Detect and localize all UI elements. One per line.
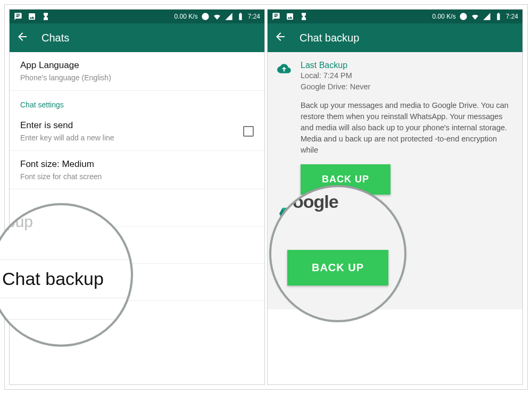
- enter-is-send-row[interactable]: Enter is send Enter key will add a new l…: [10, 112, 264, 151]
- image-icon: [28, 12, 36, 21]
- backup-description: Back up your messages and media to Googl…: [301, 100, 513, 156]
- magnifier-backup-button: oogle BACK UP: [269, 185, 406, 322]
- cloud-upload-icon: [277, 61, 292, 195]
- clock: 7:24: [506, 13, 518, 20]
- enter-is-send-sub: Enter key will add a new line: [20, 133, 114, 143]
- clock: 7:24: [248, 13, 260, 20]
- signal-icon: [483, 12, 491, 21]
- message-icon: [14, 12, 22, 21]
- app-language-title: App Language: [20, 60, 254, 72]
- app-bar: Chat backup: [268, 23, 522, 52]
- enter-is-send-checkbox[interactable]: [243, 126, 254, 137]
- last-backup-gdrive: Google Drive: Never: [301, 81, 513, 93]
- battery-icon: [494, 12, 503, 21]
- status-bar: 0.00 K/s 7:24: [268, 10, 522, 23]
- font-size-title: Font size: Medium: [20, 158, 254, 171]
- signal-icon: [225, 12, 233, 21]
- hourglass-icon: [41, 12, 50, 21]
- app-bar: Chats: [10, 23, 264, 52]
- image-icon: [286, 12, 294, 21]
- message-icon: [272, 12, 280, 21]
- back-button[interactable]: [16, 30, 29, 45]
- status-bar: 0.00 K/s 7:24: [10, 10, 264, 23]
- font-size-row[interactable]: Font size: Medium Font size for chat scr…: [10, 151, 264, 190]
- enter-is-send-title: Enter is send: [20, 120, 114, 132]
- chat-settings-label: Chat settings: [10, 91, 264, 112]
- last-backup-section: Last Backup Local: 7:24 PM Google Drive:…: [268, 52, 522, 203]
- screen-title: Chat backup: [300, 32, 359, 44]
- back-button[interactable]: [274, 30, 287, 45]
- chat-backup-row[interactable]: Chat backup: [0, 259, 131, 298]
- battery-icon: [236, 12, 245, 21]
- data-rate: 0.00 K/s: [433, 13, 456, 20]
- wifi-icon: [213, 12, 221, 21]
- backup-button-zoomed[interactable]: BACK UP: [287, 250, 388, 286]
- last-backup-heading: Last Backup: [301, 61, 513, 70]
- sync-icon: [201, 12, 210, 21]
- wifi-icon: [471, 12, 479, 21]
- font-size-sub: Font size for chat screen: [20, 172, 254, 182]
- sync-icon: [459, 12, 468, 21]
- hourglass-icon: [300, 12, 308, 21]
- app-language-sub: Phone's language (English): [20, 73, 254, 83]
- app-language-row[interactable]: App Language Phone's language (English): [10, 52, 264, 91]
- data-rate: 0.00 K/s: [174, 13, 198, 20]
- last-backup-local: Local: 7:24 PM: [301, 70, 513, 81]
- screen-title: Chats: [41, 32, 69, 44]
